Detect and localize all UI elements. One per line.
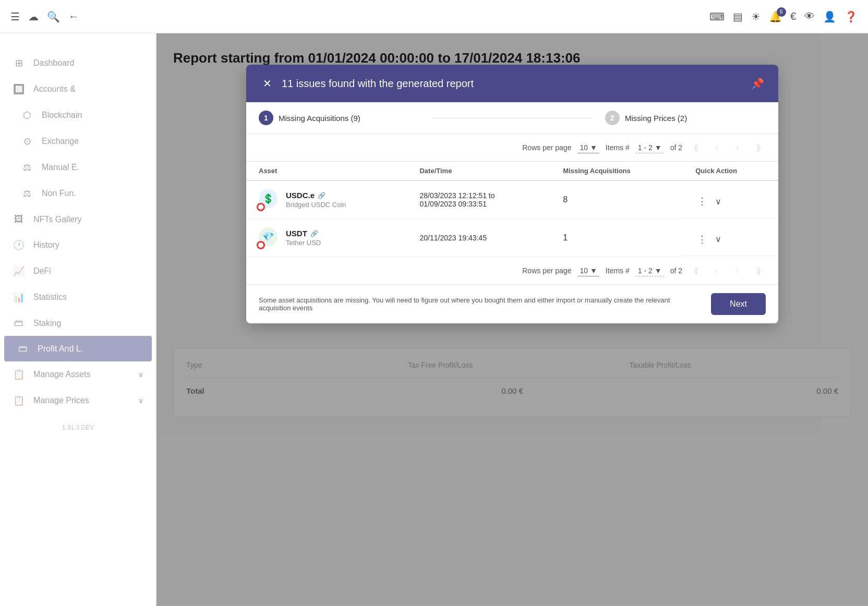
- sidebar-item-label: Non Fun.: [42, 189, 76, 198]
- tab1-number: 1: [259, 111, 273, 125]
- modal-close-button[interactable]: ✕: [259, 75, 275, 92]
- sidebar-item-defi[interactable]: 📈 DeFi: [0, 258, 156, 284]
- col-missing: Missing Acquisitions: [550, 162, 683, 181]
- rows-select[interactable]: 10 ▼: [577, 142, 599, 153]
- exchange-icon: ⊙: [21, 136, 33, 147]
- notification-badge: 6: [777, 7, 786, 17]
- rows-value-bottom: 10: [580, 266, 588, 275]
- tab-divider: [432, 118, 593, 118]
- manageassets-icon: 📋: [13, 369, 25, 380]
- layout-icon[interactable]: ▤: [733, 10, 743, 23]
- sidebar-item-nfts[interactable]: 🖼 NFTs Gallery: [0, 207, 156, 232]
- last-page-button-bottom[interactable]: ⟫: [751, 263, 766, 278]
- first-page-button-bottom[interactable]: ⟪: [689, 263, 703, 278]
- modal-overlay: ✕ 11 issues found with the generated rep…: [156, 33, 868, 606]
- usdc-ext-link[interactable]: 🔗: [318, 192, 326, 199]
- nonfungible-icon: ⚖: [21, 188, 33, 199]
- sidebar-item-label: Manual E.: [42, 163, 79, 172]
- footer-message: Some asset acquisitions are missing. You…: [259, 296, 703, 312]
- sidebar-nav: ⊞ Dashboard 🔲 Accounts & ⬡ Blockchain ⊙ …: [0, 46, 156, 418]
- items-range-selector[interactable]: 1 - 2 ▼: [636, 142, 664, 153]
- missing-cell-1: 8: [550, 180, 683, 219]
- sidebar-item-label: Staking: [33, 319, 61, 328]
- sidebar-item-label: History: [33, 240, 59, 250]
- next-page-button-bottom[interactable]: ›: [730, 263, 745, 278]
- statistics-icon: 📊: [13, 292, 25, 303]
- sidebar-item-blockchain[interactable]: ⬡ Blockchain: [0, 102, 156, 128]
- euro-icon[interactable]: €: [790, 10, 796, 22]
- sidebar-item-label: Profit And L.: [38, 344, 83, 354]
- col-action: Quick Action: [683, 162, 778, 181]
- rows-select-bottom[interactable]: 10 ▼: [577, 265, 599, 276]
- expand-row-2[interactable]: ∨: [715, 234, 721, 244]
- action-cell-2: ⋮ ∨: [683, 219, 778, 256]
- table-row: 💲 USDC.e 🔗: [246, 180, 778, 219]
- sidebar-item-dashboard[interactable]: ⊞ Dashboard: [0, 50, 156, 76]
- items-label: Items #: [606, 143, 630, 152]
- expand-manageprices-icon: ∨: [138, 396, 143, 405]
- manual-icon: ⚖: [21, 162, 33, 173]
- asset-icon-wrap-1: 💲: [259, 189, 280, 210]
- topbar-right: ⌨ ▤ ☀ 🔔 6 € 👁 👤 ❓: [709, 10, 858, 23]
- action-cell-1: ⋮ ∨: [683, 181, 778, 218]
- prev-page-button[interactable]: ‹: [709, 140, 724, 155]
- sidebar-item-accounts[interactable]: 🔲 Accounts &: [0, 76, 156, 102]
- help-icon[interactable]: ❓: [845, 10, 858, 23]
- sidebar-item-manageprices[interactable]: 📋 Manage Prices ∨: [0, 387, 156, 414]
- action-dots-1[interactable]: ⋮: [695, 193, 709, 209]
- bell-icon[interactable]: 🔔 6: [769, 10, 782, 23]
- sun-icon[interactable]: ☀: [751, 10, 761, 23]
- sidebar-item-label: Exchange: [42, 137, 79, 146]
- modal-pin-button[interactable]: 📌: [749, 75, 766, 92]
- rows-dropdown-icon-bottom: ▼: [590, 266, 597, 275]
- back-icon[interactable]: ←: [68, 10, 79, 22]
- asset-cell-2: 💎 USDT 🔗: [246, 219, 407, 257]
- modal-header: ✕ 11 issues found with the generated rep…: [246, 65, 778, 102]
- modal-body: Rows per page 10 ▼ Items # 1 - 2 ▼ of 2 …: [246, 134, 778, 284]
- search-icon[interactable]: 🔍: [47, 10, 60, 23]
- staking-icon: 🗃: [13, 318, 25, 329]
- sidebar-item-label: Dashboard: [33, 58, 74, 68]
- prev-page-button-bottom[interactable]: ‹: [709, 263, 724, 278]
- items-range-value: 1 - 2: [638, 143, 653, 152]
- sidebar-item-statistics[interactable]: 📊 Statistics: [0, 284, 156, 310]
- rows-dropdown-icon: ▼: [590, 143, 597, 152]
- sidebar-item-profitloss[interactable]: 🗃 Profit And L.: [4, 336, 152, 361]
- sidebar-item-manual[interactable]: ⚖ Manual E.: [0, 154, 156, 180]
- next-page-button[interactable]: ›: [730, 140, 745, 155]
- usdt-badge: [257, 241, 265, 249]
- sidebar-item-label: Accounts &: [33, 84, 76, 94]
- modal-footer: Some asset acquisitions are missing. You…: [246, 284, 778, 323]
- asset-icon-wrap-2: 💎: [259, 227, 280, 248]
- next-button[interactable]: Next: [711, 293, 766, 315]
- col-asset: Asset: [246, 162, 407, 181]
- items-range-selector-bottom[interactable]: 1 - 2 ▼: [636, 265, 664, 276]
- history-icon: 🕐: [13, 239, 25, 251]
- first-page-button[interactable]: ⟪: [689, 140, 703, 155]
- menu-icon[interactable]: ☰: [10, 10, 20, 23]
- datetime-cell-2: 20/11/2023 19:43:45: [407, 219, 550, 257]
- asset-cell-1: 💲 USDC.e 🔗: [246, 180, 407, 219]
- eye-icon[interactable]: 👁: [804, 10, 815, 22]
- missing-count-1: 8: [563, 195, 568, 204]
- tab-missing-acquisitions[interactable]: 1 Missing Acquisitions (9): [259, 111, 419, 125]
- action-dots-2[interactable]: ⋮: [695, 232, 709, 247]
- rows-per-page-label: Rows per page: [522, 143, 571, 152]
- user-icon[interactable]: 👤: [823, 10, 836, 23]
- rows-value: 10: [580, 143, 588, 152]
- modal-title: 11 issues found with the generated repor…: [282, 78, 474, 90]
- sidebar-item-staking[interactable]: 🗃 Staking: [0, 310, 156, 336]
- items-range-value-bottom: 1 - 2: [638, 266, 653, 275]
- last-page-button[interactable]: ⟫: [751, 140, 766, 155]
- code-icon[interactable]: ⌨: [709, 10, 725, 23]
- expand-row-1[interactable]: ∨: [715, 197, 721, 207]
- cloud-icon[interactable]: ☁: [28, 10, 39, 23]
- sidebar-item-exchange[interactable]: ⊙ Exchange: [0, 128, 156, 154]
- sidebar-item-nonfungible[interactable]: ⚖ Non Fun.: [0, 180, 156, 207]
- sidebar-item-label: Manage Assets: [33, 370, 90, 379]
- sidebar-item-manageassets[interactable]: 📋 Manage Assets ∨: [0, 361, 156, 387]
- usdt-ext-link[interactable]: 🔗: [310, 230, 318, 237]
- sidebar-item-history[interactable]: 🕐 History: [0, 232, 156, 258]
- tab-missing-prices[interactable]: 2 Missing Prices (2): [605, 111, 766, 125]
- missing-count-2: 1: [563, 233, 568, 242]
